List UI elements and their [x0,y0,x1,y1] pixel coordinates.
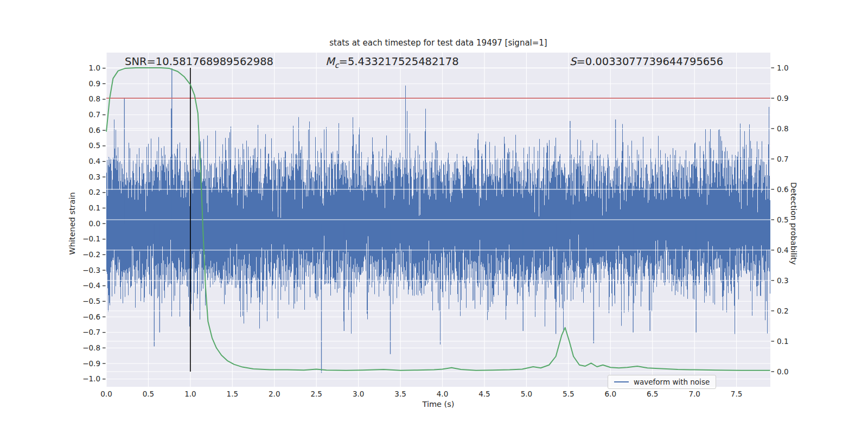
tick-label: 0.2 [89,188,100,196]
tick-label: 7.5 [731,390,742,398]
tick-label: 1.0 [89,63,100,72]
tick-label: 4.5 [478,390,490,398]
tick-label: 0.9 [777,94,788,103]
tick-label: −0.5 [82,297,100,305]
tick-label: −0.7 [82,328,100,336]
tick-label: −0.9 [82,359,100,368]
snr-value: 10.581768989562988 [156,55,273,68]
legend-line-sample [614,381,629,382]
tick-label: −0.8 [82,343,100,352]
tick-label: 0.7 [777,155,788,163]
x-axis-label: Time (s) [106,400,770,409]
tick-label: 5.5 [563,390,574,398]
tick-label: 0.0 [100,390,112,398]
chart-title: stats at each timestep for test data 194… [106,38,770,48]
tick-label: 1.5 [227,390,238,398]
annotation-snr: SNR=10.581768989562988 [125,55,273,69]
tick-label: 0.5 [143,390,154,398]
tick-label: 4.0 [437,390,448,398]
tick-label: 1.0 [184,390,196,398]
tick-label: 0.3 [777,276,788,285]
tick-label: 0.9 [89,79,100,88]
tick-label: 0.2 [777,307,788,315]
tick-label: 0.8 [777,124,788,133]
tick-label: −0.2 [82,250,100,259]
tick-label: −0.4 [82,281,100,290]
tick-label: −0.3 [82,266,100,275]
tick-label: 0.4 [777,246,788,254]
tick-label: 0.0 [89,219,100,228]
tick-label: 1.0 [777,63,788,72]
snr-label: SNR [125,55,147,68]
legend-entry-label: waveform with noise [634,378,710,386]
tick-label: 6.0 [605,390,616,398]
annotation-s-stat: S=0.0033077739644795656 [570,55,723,69]
tick-label: 6.5 [647,390,658,398]
y-axis-label-right: Detection probability [789,182,798,265]
tick-label: 5.0 [521,390,532,398]
tick-label: 0.1 [777,337,788,346]
tick-label: 0.4 [89,157,100,165]
tick-label: 0.6 [777,185,788,194]
tick-label: 0.3 [89,173,100,181]
tick-label: 0.5 [89,141,100,150]
s-label: S [570,55,576,68]
tick-label: 0.6 [89,126,100,135]
tick-label: 7.0 [688,390,700,398]
mc-label: M [326,55,335,68]
tick-label: 3.5 [394,390,406,398]
s-value: 0.0033077739644795656 [585,55,723,68]
tick-label: 0.7 [89,110,100,119]
legend: waveform with noise [608,375,716,389]
mc-value: 5.433217525482178 [348,55,459,68]
tick-label: 2.0 [269,390,280,398]
tick-label: −0.6 [82,312,100,321]
tick-label: 0.0 [777,367,788,376]
annotation-chirp-mass: Mc=5.433217525482178 [326,55,459,69]
tick-label: 3.0 [353,390,364,398]
tick-label: −1.0 [82,374,100,383]
tick-label: 0.1 [89,203,100,212]
tick-label: −0.1 [82,234,100,243]
figure: 1.00.90.80.70.60.50.40.30.20.10.0−0.1−0.… [0,0,868,434]
tick-label: 2.5 [310,390,322,398]
tick-label: 0.5 [777,215,788,224]
tick-label: 0.8 [89,94,100,103]
y-axis-label-left: Whitened strain [68,192,76,254]
